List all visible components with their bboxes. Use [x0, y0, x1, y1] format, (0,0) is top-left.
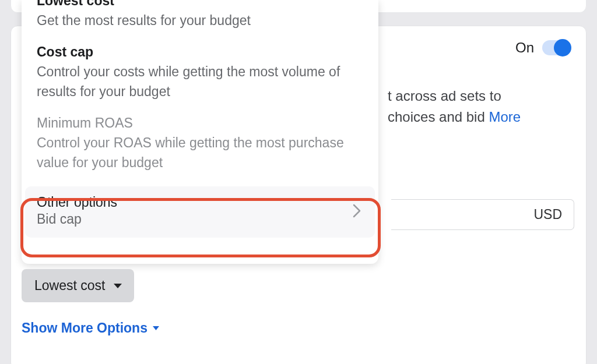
toggle-label: On: [515, 40, 534, 56]
other-options-subtitle: Bid cap: [37, 211, 117, 227]
caret-down-icon: [152, 326, 160, 331]
option-other-bid-cap[interactable]: Other options Bid cap: [25, 186, 375, 238]
chevron-right-icon: [353, 204, 361, 218]
option-desc: Get the most results for your budget: [37, 11, 363, 30]
bid-strategy-dropdown-panel: Lowest cost Get the most results for you…: [22, 0, 378, 264]
option-minimum-roas: Minimum ROAS Control your ROAS while get…: [22, 114, 378, 185]
budget-currency-field[interactable]: USD: [391, 199, 574, 230]
option-cost-cap[interactable]: Cost cap Control your costs while gettin…: [22, 43, 378, 114]
option-title: Cost cap: [37, 43, 363, 61]
bg-line-1: t across ad sets to: [388, 88, 501, 104]
toggle-knob: [554, 39, 571, 56]
background-description: t across ad sets to choices and bid More: [388, 86, 574, 127]
currency-code: USD: [533, 207, 562, 222]
option-title: Minimum ROAS: [37, 114, 363, 132]
learn-more-link[interactable]: More: [489, 109, 521, 125]
option-desc: Control your ROAS while getting the most…: [37, 133, 363, 172]
option-desc: Control your costs while getting the mos…: [37, 62, 363, 101]
option-title: Lowest cost: [37, 0, 363, 10]
show-more-label: Show More Options: [22, 320, 148, 336]
other-options-title: Other options: [37, 195, 117, 210]
bg-line-2: choices and bid: [388, 109, 485, 125]
bid-strategy-select-label: Lowest cost: [34, 278, 105, 294]
toggle-wrap: On: [515, 40, 570, 56]
option-lowest-cost[interactable]: Lowest cost Get the most results for you…: [22, 0, 378, 43]
show-more-options-link[interactable]: Show More Options: [22, 320, 160, 336]
caret-down-icon: [113, 283, 122, 289]
bid-strategy-select[interactable]: Lowest cost: [22, 269, 134, 302]
on-off-toggle[interactable]: [542, 40, 570, 55]
